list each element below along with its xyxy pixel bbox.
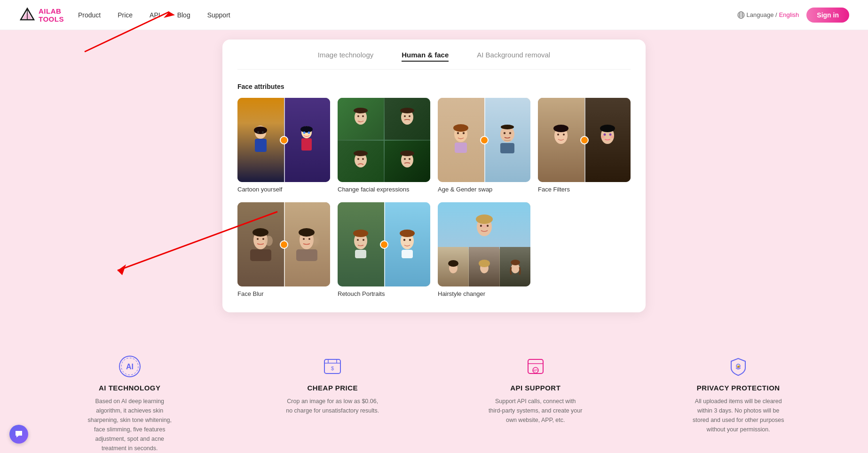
svg-point-31 bbox=[354, 151, 368, 156]
feature-label-age: Age & Gender swap bbox=[438, 186, 530, 193]
svg-point-43 bbox=[504, 132, 505, 134]
cartoon-person-after bbox=[296, 124, 317, 157]
svg-point-17 bbox=[300, 126, 313, 133]
section-title: Face attributes bbox=[237, 83, 631, 90]
svg-point-42 bbox=[501, 125, 514, 129]
facial-face-1 bbox=[351, 107, 370, 130]
svg-point-76 bbox=[409, 238, 411, 240]
hairstyle-opt3 bbox=[508, 259, 522, 275]
feature-grid-row1: BeforeAfter bbox=[237, 98, 631, 193]
api-support-desc: Support API calls, connect with third-pa… bbox=[489, 397, 583, 425]
logo[interactable]: AILAB TOOLS bbox=[19, 7, 64, 24]
language-value: English bbox=[779, 11, 799, 18]
tab-image-technology[interactable]: Image technology bbox=[318, 51, 373, 62]
feature-card-filters[interactable]: BeforeAfter bbox=[538, 98, 631, 193]
feature-api-support: API API SUPPORT Support API calls, conne… bbox=[489, 355, 583, 453]
hairstyle-opt2 bbox=[477, 259, 491, 275]
privacy-icon-svg: 🔒 bbox=[726, 355, 750, 378]
nav-api[interactable]: API bbox=[150, 11, 160, 19]
api-support-title: API SUPPORT bbox=[489, 384, 583, 392]
svg-point-14 bbox=[262, 131, 264, 133]
feature-cheap-price: $ CHEAP PRICE Crop an image for as low a… bbox=[285, 355, 379, 453]
nav-support[interactable]: Support bbox=[207, 11, 230, 19]
price-icon-svg: $ bbox=[321, 355, 344, 378]
feature-card-blur[interactable]: BeforeAfter bbox=[237, 202, 330, 297]
ai-technology-icon: AI bbox=[118, 355, 142, 378]
main-content: Image technology Human & face AI Backgro… bbox=[0, 30, 868, 331]
privacy-desc: All uploaded items will be cleared withi… bbox=[691, 397, 785, 434]
age-female-before bbox=[449, 122, 473, 158]
feature-card-cartoon[interactable]: BeforeAfter bbox=[237, 98, 330, 193]
svg-point-52 bbox=[603, 133, 606, 135]
feature-grid-row2: BeforeAfter bbox=[237, 202, 631, 297]
feature-card-age[interactable]: BeforeAfter bbox=[438, 98, 530, 193]
svg-point-66 bbox=[308, 238, 310, 240]
svg-point-74 bbox=[400, 230, 415, 237]
tab-human-face[interactable]: Human & face bbox=[402, 51, 449, 62]
navbar: AILAB TOOLS Product Price API Blog Suppo… bbox=[0, 0, 868, 30]
svg-point-70 bbox=[357, 239, 359, 241]
tab-ai-background[interactable]: AI Background removal bbox=[477, 51, 550, 62]
feature-card-empty bbox=[538, 202, 631, 297]
svg-point-39 bbox=[463, 132, 465, 134]
age-male-after bbox=[496, 122, 519, 158]
cheap-price-desc: Crop an image for as low as $0.06, no ch… bbox=[285, 397, 379, 415]
retouch-before bbox=[349, 228, 372, 262]
svg-point-65 bbox=[303, 238, 305, 240]
logo-icon bbox=[19, 7, 36, 24]
svg-point-58 bbox=[253, 228, 268, 237]
svg-rect-82 bbox=[481, 225, 487, 228]
ai-icon-svg: AI bbox=[118, 355, 142, 378]
cheap-price-title: CHEAP PRICE bbox=[285, 384, 379, 392]
svg-rect-40 bbox=[455, 143, 467, 153]
filter-face-before bbox=[550, 124, 572, 157]
svg-text:🔒: 🔒 bbox=[736, 364, 741, 368]
facial-face-2 bbox=[398, 107, 417, 130]
nav-blog[interactable]: Blog bbox=[177, 11, 190, 19]
feature-card-retouch[interactable]: Retouch Portraits bbox=[338, 202, 430, 297]
feature-label-blur: Face Blur bbox=[237, 290, 330, 297]
svg-point-25 bbox=[404, 115, 406, 117]
svg-point-53 bbox=[609, 133, 611, 135]
svg-point-71 bbox=[363, 239, 364, 241]
svg-point-35 bbox=[400, 151, 414, 156]
privacy-title: PRIVACY PROTECTION bbox=[691, 384, 785, 392]
svg-rect-11 bbox=[255, 139, 267, 152]
nav-right: Language / English Sign in bbox=[737, 8, 849, 23]
hairstyle-opt1 bbox=[446, 259, 460, 275]
svg-point-55 bbox=[610, 135, 614, 138]
svg-point-48 bbox=[557, 134, 559, 135]
svg-point-34 bbox=[409, 158, 410, 160]
svg-point-37 bbox=[453, 124, 468, 132]
facial-face-4 bbox=[398, 150, 417, 173]
svg-point-47 bbox=[553, 125, 568, 132]
nav-links: Product Price API Blog Support bbox=[78, 11, 737, 19]
svg-point-59 bbox=[257, 238, 259, 240]
svg-point-54 bbox=[601, 135, 605, 138]
svg-point-22 bbox=[362, 115, 364, 117]
svg-point-38 bbox=[457, 132, 459, 134]
svg-text:AI: AI bbox=[126, 363, 134, 371]
svg-point-19 bbox=[308, 131, 310, 134]
feature-label-cartoon: Cartoon yourself bbox=[237, 186, 330, 193]
feature-card-hairstyle[interactable]: original drawing bbox=[438, 202, 530, 297]
feature-card-facial[interactable]: Change facial expressions bbox=[338, 98, 430, 193]
svg-point-88 bbox=[511, 260, 520, 265]
nav-price[interactable]: Price bbox=[118, 11, 133, 19]
language-selector[interactable]: Language / English bbox=[737, 11, 799, 19]
globe-icon bbox=[737, 11, 745, 19]
language-label: Language / bbox=[747, 11, 777, 18]
svg-point-23 bbox=[354, 108, 368, 113]
svg-point-29 bbox=[357, 158, 359, 160]
sign-in-button[interactable]: Sign in bbox=[806, 8, 849, 23]
svg-rect-45 bbox=[500, 143, 514, 153]
feature-label-hairstyle: Hairstyle changer bbox=[438, 290, 530, 297]
svg-point-13 bbox=[257, 131, 259, 133]
blur-after bbox=[294, 226, 320, 263]
api-icon-svg: API bbox=[524, 355, 547, 378]
svg-point-79 bbox=[476, 215, 493, 224]
bottom-features: AI AI TECHNOLOGY Based on AI deep learni… bbox=[0, 336, 868, 453]
chat-bubble-button[interactable] bbox=[9, 425, 28, 444]
nav-product[interactable]: Product bbox=[78, 11, 101, 19]
svg-point-30 bbox=[362, 158, 364, 160]
